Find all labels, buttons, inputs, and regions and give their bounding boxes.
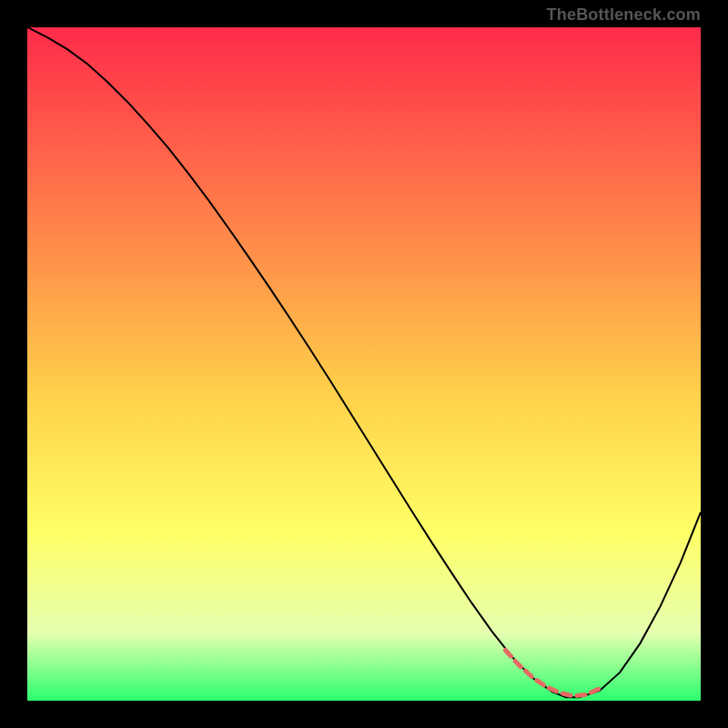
chart-svg bbox=[27, 27, 701, 701]
attribution-label: TheBottleneck.com bbox=[547, 5, 701, 25]
gradient-background bbox=[27, 27, 701, 701]
plot-area bbox=[27, 27, 701, 701]
chart-container: TheBottleneck.com bbox=[0, 0, 728, 728]
